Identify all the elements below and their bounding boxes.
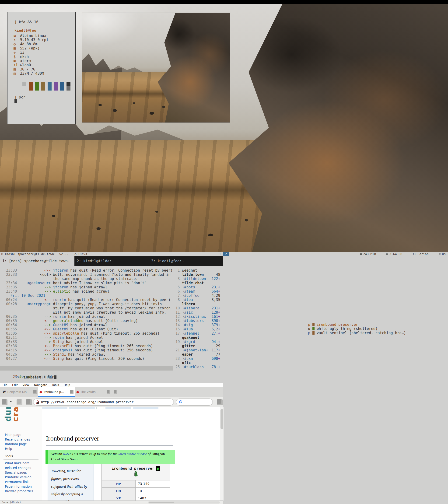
fetch-row-value: 5.10.43-0-rpi [20,38,48,42]
new-tab-button[interactable] [114,390,117,394]
fetch-row-value: xterm [20,59,31,63]
message-nick: Sting [51,340,64,344]
menu-item[interactable]: Tools [52,383,59,387]
buffer-row[interactable]: 7. ├ #coffee 4,29 [175,293,222,298]
scrollbar-thumb[interactable] [149,502,174,503]
monster-glyph: u [308,327,312,331]
sidebar-link[interactable]: Browse properties [5,489,33,493]
buffer-row[interactable]: 21. ├ #janet-lan+ 117+ [175,348,222,352]
horizontal-scrollbar[interactable] [148,502,220,504]
buffer-name: #rgrd [184,340,195,344]
infobox-row: HD 14 [102,487,170,495]
message-text: — Fri, 10 Dec 2021 — [6,293,50,298]
stat-value: 73-149 [136,480,170,487]
palette-swatch [35,82,39,90]
tmux-tab[interactable]: 1: [mosh] spacehare@tilde.town... [0,256,74,266]
buffer-row[interactable]: 1. weechat [175,268,222,272]
buffer-row[interactable]: esper 77 [175,352,222,357]
monitor-bottom: ⊡[mosh] spacehare@tilde.town:~ we... ◷18… [0,252,448,504]
buffer-name: tilde.town [182,272,204,277]
message-text: best advice I know re slime pits is "don… [51,281,146,285]
workspace-button[interactable]: 2 [223,252,229,256]
browser-tab[interactable]: ● The Vaults … [75,387,112,397]
tab-close-icon[interactable] [70,390,73,394]
buffer-row[interactable]: 11. ├ #sic 128+ [175,310,222,315]
site-logo[interactable]: dung crawl [4,407,19,422]
buffer-row[interactable]: quakenet [175,336,222,340]
menu-item[interactable]: View [22,383,29,387]
buffer-row[interactable]: 8. ├ #tea 3,35 [175,298,222,302]
buffer-row[interactable]: tilde.town 48 [175,272,222,277]
url-bar[interactable]: http://crawl.chaosforge.org/Ironbound_pr… [33,398,174,406]
monster-health-block [312,331,315,335]
tmux-tab[interactable]: 2: kiedtl@tilde:~ [74,256,149,266]
buffer-number: 5. [175,285,182,289]
buffer-row[interactable]: 5. ├ #bots 23,+ [175,285,222,289]
buffer-row[interactable]: 6. ├ #team 664+ [175,289,222,293]
irc-message: 00:35 <-- generaletaddeo has quit (Quit:… [0,319,173,323]
palette-swatch [54,82,58,90]
buffer-row[interactable]: tilde.chat [175,281,222,285]
menu-item[interactable]: File [2,383,7,387]
menu-item[interactable]: Help [64,383,71,387]
sidebar-link[interactable]: Main page [5,432,30,437]
buffer-row[interactable]: 23. ├ #uxn 698+ [175,357,222,361]
menu-item[interactable]: Edit [12,383,18,387]
browser-tab[interactable]: W Benjamin Dis… [1,387,38,397]
irc-message: will not show invis creatures to avoid l… [0,310,173,315]
sidebar-link[interactable]: Permanent link [5,480,33,484]
fetch-row-value: mksh [20,54,29,59]
buffer-row[interactable]: 17. ├ #fennel 27,+ [175,331,222,336]
logo-word: crawl [12,407,19,422]
buffer-hotlist-count: 78++ [212,365,222,369]
buffer-row[interactable]: 25. ├ #suckless 78++ [175,365,222,369]
sidebar-link[interactable]: Special pages [5,470,33,475]
message-nick: spicyCebolla [51,331,79,336]
input-cursor [54,376,56,379]
buffer-row[interactable]: oftc [175,361,222,365]
buffer-tree-branch: ├ [182,306,184,310]
sidebar-link[interactable]: Related changes [5,466,33,470]
tmux-tab[interactable]: 3: kiedtl@foo:~ [149,256,223,266]
forward-button[interactable] [17,399,22,405]
buffer-row[interactable]: 12. ├ #kisslinux 161+ [175,315,222,319]
sidebar-link[interactable]: Recent changes [5,437,30,442]
buffer-row[interactable]: gitter 29 [175,344,222,348]
message-time: 04:27 [6,357,18,361]
buffer-row[interactable]: 3. ├ #tildetown 122+ [175,277,222,281]
reload-button[interactable] [26,399,32,405]
browser-tab[interactable]: ● Ironbound p… [38,387,75,397]
menu-item[interactable]: Navigate [34,383,47,387]
fetch-info-row: ❖i3 [14,50,48,54]
buffer-row[interactable]: 13. ├ #lobsters 890+ [175,319,222,323]
buffer-row[interactable]: 19. ├ #rgrd 94,+ [175,340,222,344]
sidebar-link[interactable]: Printable version [5,475,33,480]
message-nick: robin [51,336,64,340]
input-text: >> Pinkbeast: HALP [15,375,54,379]
sidebar-link[interactable]: Help [5,446,30,451]
buffer-row[interactable]: 14. ├ #zig 379+ [175,323,222,327]
scrollbar-thumb[interactable] [220,409,223,429]
vertical-scrollbar[interactable] [220,407,224,501]
workspace-button[interactable]: 1 [217,252,223,256]
sidebar-link[interactable]: Page information [5,484,33,489]
search-box[interactable]: G [176,398,213,406]
shell-command: ] kfe && 16 [15,20,38,24]
tab-close-icon[interactable] [107,390,110,394]
fetch-info-row: ▥237M / 430M [14,72,48,76]
message-prefix: <-- [18,344,51,348]
image-viewer-window[interactable] [82,13,230,123]
back-button[interactable] [2,399,7,405]
fetch-terminal-window[interactable]: ] kfe && 16 kiedtl@foo ⊡Alpine Linux☀5.1… [7,12,76,124]
buffer-row[interactable]: libera [175,302,222,306]
downloads-button[interactable] [217,399,223,405]
tab-close-icon[interactable] [33,390,37,394]
sidebar-link[interactable]: Random page [5,442,30,446]
buffer-row[interactable]: 15. ├ #lua 6,2+ [175,327,222,331]
history-dropdown-icon[interactable] [10,401,12,403]
weechat-input-line[interactable]: >> Pinkbeast: HALP [2,371,56,375]
buffer-row[interactable]: 10. ├ #libera 231+ [175,306,222,310]
message-text: has quit (Quit: Leaving) [84,319,138,323]
wiki-page-tabs[interactable] [42,407,159,409]
sidebar-link[interactable]: What links here [5,461,33,466]
